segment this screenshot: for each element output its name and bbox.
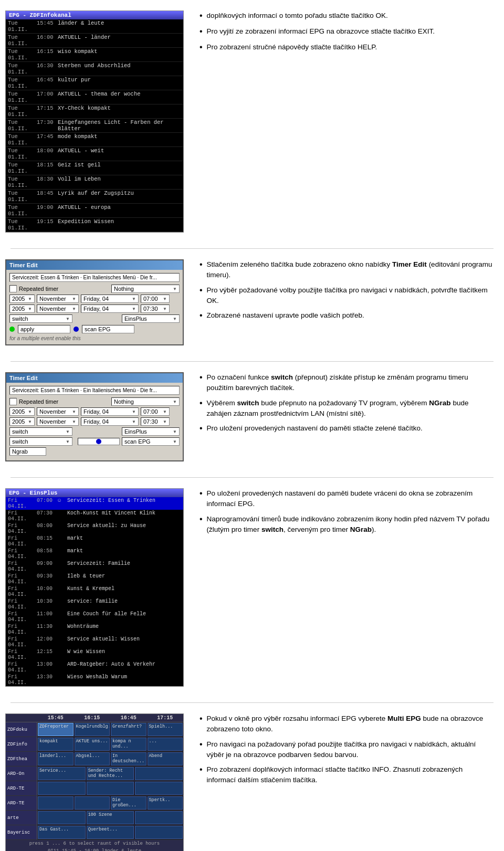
multi-epg-prog-4-2[interactable] [135, 782, 183, 795]
multi-epg-prog-5-0[interactable] [38, 796, 74, 810]
timer-day-2b[interactable]: Friday, 04 ▼ [81, 417, 139, 426]
timer-ngrab-dropdown-2[interactable]: switch ▼ [9, 437, 72, 446]
epg-row-1-9[interactable]: Tue 01.II. 18:00 AKTUELL - weit [6, 147, 183, 161]
multi-epg-programs-7: Das Gast...Querbeet... [37, 825, 183, 839]
multi-epg-prog-3-2[interactable] [135, 767, 183, 780]
timer-time-2a[interactable]: 07:00 ▼ [141, 407, 170, 416]
epg-row-1-0[interactable]: Tue 01.II. 15:45 länder & leute [6, 19, 183, 34]
timer-nothing-dropdown-1[interactable]: Nothing ▼ [111, 285, 180, 293]
einsplus-row-2[interactable]: Fri 04.II. 08:00 Service aktuell: zu Hau… [6, 522, 183, 535]
multi-epg-prog-2-1[interactable]: Abgsel... [75, 752, 110, 765]
timer-month-1b[interactable]: November ▼ [37, 304, 79, 313]
timer-switch-dropdown-2[interactable]: switch ▼ [9, 427, 72, 436]
dropdown-arrow-2: ▼ [28, 297, 32, 301]
multi-epg-channel-row-7[interactable]: Bayerisc Das Gast...Querbeet... [6, 825, 183, 840]
timer-day-1a[interactable]: Friday, 04 ▼ [81, 295, 139, 303]
multi-epg-prog-5-3[interactable]: Spertk.. [148, 796, 183, 810]
timer-year-2a[interactable]: 2005 ▼ [9, 407, 35, 416]
timer-time-1a[interactable]: 07:00 ▼ [141, 295, 170, 303]
einsplus-row-10[interactable]: Fri 04.II. 11:30 Wohnträume [6, 623, 183, 636]
timer-ngrab-val-dropdown[interactable]: Ngrab [9, 447, 46, 456]
epg-row-1-11[interactable]: Tue 01.II. 18:30 Voll im Leben [6, 175, 183, 190]
einsplus-row-0[interactable]: Fri 04.II. 07:00 ☺ Servicezeit: Essen & … [6, 497, 183, 510]
einsplus-row-4[interactable]: Fri 04.II. 08:58 markt [6, 548, 183, 560]
multi-epg-prog-3-0[interactable]: Service... [38, 767, 86, 780]
epg-row-1-13[interactable]: Tue 01.II. 19:00 AKTUELL - europa [6, 204, 183, 218]
multi-epg-prog-6-0[interactable] [38, 811, 86, 824]
einsplus-row-1[interactable]: Fri 04.II. 07:30 Koch-Kunst mit Vincent … [6, 510, 183, 522]
timer-scan-dropdown-1[interactable]: scan EPG [82, 325, 134, 333]
epg-row-1-1[interactable]: Tue 01.II. 16:00 AKTUELL - länder [6, 34, 183, 48]
einsplus-row-12[interactable]: Fri 04.II. 12:15 W wie Wissen [6, 648, 183, 661]
einsplus-row-14[interactable]: Fri 04.II. 13:30 Wieso Weshalb Warum [6, 674, 183, 686]
epg-row-1-5[interactable]: Tue 01.II. 17:00 AKTUELL - thema der woc… [6, 90, 183, 104]
einsplus-row-8[interactable]: Fri 04.II. 10:30 service: familie [6, 598, 183, 611]
multi-epg-channel-row-2[interactable]: ZDFthea länderl...Abgsel...In deutschen.… [6, 752, 183, 766]
timer-switch-dropdown-1[interactable]: switch ▼ [9, 314, 72, 323]
einsplus-row-6[interactable]: Fri 04.II. 09:30 Ileb & teuer [6, 573, 183, 585]
multi-epg-prog-3-1[interactable]: Sender: Recht und Rechte... [87, 767, 134, 780]
multi-epg-prog-6-2[interactable] [135, 811, 183, 824]
multi-epg-prog-2-2[interactable]: In deutschen... [111, 752, 146, 765]
multi-epg-prog-5-2[interactable]: Die großen... [111, 796, 146, 810]
timer-channel-dropdown-2[interactable]: EinsPlus ▼ [122, 427, 180, 436]
divider-1 [10, 248, 494, 249]
timer-channel-dropdown-1[interactable]: EinsPlus ▼ [122, 314, 180, 323]
multi-epg-prog-0-0[interactable]: ZDFreporter [38, 723, 74, 736]
multi-epg-prog-7-1[interactable]: Querbeet... [87, 826, 134, 839]
multi-epg-channel-row-3[interactable]: ARD-On Service...Sender: Recht und Recht… [6, 766, 183, 781]
multi-epg-channel-row-5[interactable]: ARD-TE Die großen...Spertk.. [6, 796, 183, 811]
timer-nothing-dropdown-2[interactable]: Nothing ▼ [111, 397, 180, 406]
multi-epg-channel-row-6[interactable]: arte 100 Szene [6, 811, 183, 825]
einsplus-row-9[interactable]: Fri 04.II. 11:00 Eine Couch für alle Fel… [6, 611, 183, 623]
multi-epg-prog-4-0[interactable] [38, 782, 86, 795]
timer-checkbox-2[interactable] [9, 398, 17, 405]
epg-row-1-3[interactable]: Tue 01.II. 16:30 Sterben und Abscrhlied [6, 62, 183, 76]
timer-month-2a[interactable]: November ▼ [37, 407, 79, 416]
epg-row-1-2[interactable]: Tue 01.II. 16:15 wiso kompakt [6, 48, 183, 62]
timer-scan-dropdown-2[interactable]: scan EPG ▼ [122, 437, 180, 446]
timer-time-1b[interactable]: 07:30 ▼ [141, 304, 170, 313]
multi-epg-channel-row-1[interactable]: ZDFinfo kompaktAKTUE uns...kompa n und..… [6, 737, 183, 752]
timer-month-2b[interactable]: November ▼ [37, 417, 79, 426]
timer-checkbox-1[interactable] [9, 285, 17, 292]
timer-year-1b[interactable]: 2005 ▼ [9, 304, 35, 313]
timer-year-1a[interactable]: 2005 ▼ [9, 295, 35, 303]
multi-epg-prog-1-2[interactable]: kompa n und... [111, 738, 146, 751]
einsplus-row-3[interactable]: Fri 04.II. 08:15 markt [6, 535, 183, 548]
multi-epg-prog-0-1[interactable]: Kogelrundblg... [75, 723, 110, 736]
epg-row-1-4[interactable]: Tue 01.II. 16:45 kultur pur [6, 76, 183, 90]
multi-epg-prog-5-1[interactable] [75, 796, 110, 810]
section3-right-col: Po označení funkce switch (přepnout) zís… [194, 367, 504, 444]
epg-row-1-10[interactable]: Tue 01.II. 18:15 Geiz ist geil [6, 161, 183, 175]
epg-row-1-14[interactable]: Tue 01.II. 19:15 Expedition Wissen [6, 218, 183, 232]
multi-epg-prog-1-3[interactable]: ... [148, 738, 183, 751]
multi-epg-channel-row-4[interactable]: ARD-TE [6, 781, 183, 796]
multi-epg-prog-7-0[interactable]: Das Gast... [38, 826, 86, 839]
einsplus-row-11[interactable]: Fri 04.II. 12:00 Service aktuell: Wissen [6, 636, 183, 648]
multi-epg-prog-0-2[interactable]: Grenzfahrt? [111, 723, 146, 736]
epg-row-1-6[interactable]: Tue 01.II. 17:15 XY-Check kompakt [6, 104, 183, 119]
timer-month-1a[interactable]: November ▼ [37, 295, 79, 303]
einsplus-row-7[interactable]: Fri 04.II. 10:00 Kunst & Krempel [6, 585, 183, 598]
multi-epg-channel-row-0[interactable]: ZDFdoku ZDFreporterKogelrundblg...Grenzf… [6, 722, 183, 737]
multi-epg-prog-1-0[interactable]: kompakt [38, 738, 74, 751]
epg-einsplus-window: EPG - EinsPlus Fri 04.II. 07:00 ☺ Servic… [5, 488, 184, 687]
multi-epg-prog-4-1[interactable] [87, 782, 134, 795]
epg-row-1-7[interactable]: Tue 01.II. 17:30 Eingefangenes Licht - F… [6, 119, 183, 133]
multi-epg-prog-2-3[interactable]: Abend [148, 752, 183, 765]
einsplus-row-5[interactable]: Fri 04.II. 09:00 Servicezeit: Familie [6, 560, 183, 573]
epg-row-1-12[interactable]: Tue 01.II. 18:45 Lyrik auf der Zugspitzu [6, 190, 183, 204]
timer-day-1b[interactable]: Friday, 04 ▼ [81, 304, 139, 313]
multi-epg-prog-2-0[interactable]: länderl... [38, 752, 74, 765]
epg-row-1-8[interactable]: Tue 01.II. 17:45 mode kompakt [6, 133, 183, 147]
multi-epg-prog-6-1[interactable]: 100 Szene [87, 811, 134, 824]
multi-epg-prog-1-1[interactable]: AKTUE uns... [75, 738, 110, 751]
einsplus-row-13[interactable]: Fri 04.II. 13:00 ARD-Ratgeber: Auto & Ve… [6, 661, 183, 674]
timer-year-2b[interactable]: 2005 ▼ [9, 417, 35, 426]
timer-day-2a[interactable]: Friday, 04 ▼ [81, 407, 139, 416]
timer-time-2b[interactable]: 07:30 ▼ [141, 417, 170, 426]
multi-epg-prog-0-3[interactable]: Spielh... [148, 723, 183, 736]
timer-apply-dropdown-1[interactable]: apply [18, 325, 70, 333]
multi-epg-prog-7-2[interactable] [135, 826, 183, 839]
